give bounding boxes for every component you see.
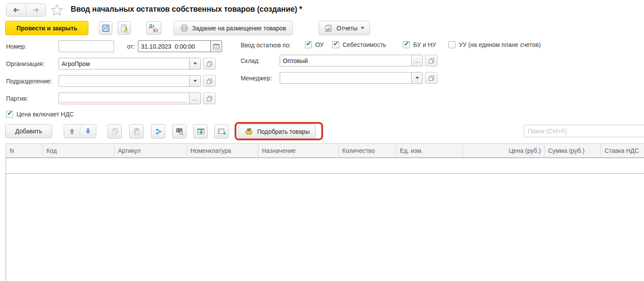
column-header-price[interactable]: Цена (руб.) <box>463 144 545 157</box>
placement-task-label: Задание на размещение товаров <box>192 25 286 32</box>
department-dropdown-button[interactable] <box>189 76 200 86</box>
checkbox-box: ✔ <box>6 111 13 118</box>
table-header-row: NКодАртикулНоменклатураНазначениеКоличес… <box>6 143 644 158</box>
table-add-icon <box>217 128 226 136</box>
printer-icon <box>180 24 189 33</box>
checkbox-box <box>448 41 455 48</box>
table-left-border <box>6 174 6 281</box>
favorite-star-icon[interactable] <box>51 4 63 18</box>
move-row-up-button[interactable] <box>64 125 80 138</box>
required-underline <box>61 102 186 102</box>
warehouse-input[interactable] <box>280 55 411 66</box>
check-icon: ✔ <box>404 40 409 48</box>
organization-field <box>59 58 201 69</box>
page-title: Ввод начальных остатков собственных това… <box>71 5 302 14</box>
reports-label: Отчеты <box>337 25 357 32</box>
debit-credit-icon: Дт Кт <box>149 23 159 33</box>
department-label: Подразделение: <box>6 78 52 85</box>
check-icon: ✔ <box>306 40 311 48</box>
manager-dropdown-button[interactable] <box>411 73 422 83</box>
batch-field: ... <box>59 93 201 104</box>
manager-input[interactable] <box>280 73 411 83</box>
column-header-n[interactable]: N <box>6 144 43 157</box>
department-open-button[interactable] <box>203 75 216 87</box>
copy-icon <box>111 128 119 136</box>
open-in-window-icon <box>206 96 212 102</box>
pick-goods-button[interactable]: Подобрать товары <box>238 125 316 138</box>
goods-box-icon <box>244 127 254 136</box>
calendar-button[interactable] <box>210 41 222 52</box>
number-label: Номер: <box>6 43 26 50</box>
fill-table-button[interactable] <box>193 124 208 139</box>
add-column-button[interactable] <box>214 124 229 139</box>
search-input[interactable] <box>524 125 644 137</box>
batch-label: Партия: <box>6 95 28 102</box>
chevron-down-icon <box>193 80 197 82</box>
number-input[interactable] <box>59 41 114 52</box>
barcode-icon <box>175 127 184 136</box>
calendar-icon <box>213 43 220 50</box>
post-and-close-button[interactable]: Провести и закрыть <box>5 21 88 35</box>
arrow-down-icon <box>85 128 91 135</box>
batch-open-button[interactable] <box>203 93 216 104</box>
table-import-icon <box>196 128 205 136</box>
paste-row-button[interactable] <box>129 124 144 139</box>
post-and-close-label: Провести и закрыть <box>16 25 77 32</box>
checkbox-label: Цена включает НДС <box>16 111 74 118</box>
arrow-up-icon <box>69 128 75 135</box>
checkbox-vat-included[interactable]: ✔ Цена включает НДС <box>6 110 74 118</box>
arrow-right-icon <box>32 7 40 13</box>
checkbox-cost[interactable]: ✔ Себестоимость <box>332 41 386 49</box>
date-field <box>138 40 222 52</box>
department-field <box>59 75 201 87</box>
placement-task-button[interactable]: Задание на размещение товаров <box>173 21 293 35</box>
organization-input[interactable] <box>59 58 189 69</box>
add-row-label: Добавить <box>15 128 42 135</box>
check-icon: ✔ <box>333 40 339 48</box>
open-in-window-icon <box>206 78 212 84</box>
warehouse-select-button[interactable]: ... <box>411 55 422 66</box>
checkbox-ou[interactable]: ✔ ОУ <box>305 41 324 49</box>
split-arrows-icon <box>154 128 162 136</box>
checkbox-uu[interactable]: УУ (на едином плане счетов) <box>448 41 541 49</box>
debit-credit-button[interactable]: Дт Кт <box>146 21 161 35</box>
date-input[interactable] <box>138 41 210 52</box>
post-document-button[interactable] <box>118 21 131 35</box>
table-empty-focus-row[interactable] <box>6 158 644 174</box>
department-input[interactable] <box>59 76 189 86</box>
column-header-quantity[interactable]: Количество <box>339 144 396 157</box>
barcode-search-button[interactable] <box>172 124 186 139</box>
organization-dropdown-button[interactable] <box>189 58 200 69</box>
nav-history-group <box>6 3 46 17</box>
reports-button[interactable]: Отчеты <box>319 21 370 35</box>
checkbox-box: ✔ <box>332 41 339 48</box>
document-window: Ввод начальных остатков собственных това… <box>0 0 644 281</box>
column-header-purpose[interactable]: Назначение <box>258 144 339 157</box>
add-row-button[interactable]: Добавить <box>5 124 52 138</box>
column-header-article[interactable]: Артикул <box>114 144 187 157</box>
number-field <box>59 40 114 52</box>
save-button[interactable] <box>99 21 112 35</box>
pick-goods-label: Подобрать товары <box>257 128 310 135</box>
open-in-window-icon <box>428 75 435 81</box>
batch-select-button[interactable]: ... <box>189 93 200 104</box>
column-header-unit[interactable]: Ед. изм. <box>396 144 463 157</box>
back-button[interactable] <box>7 4 26 16</box>
column-header-code[interactable]: Код <box>43 144 114 157</box>
organization-open-button[interactable] <box>203 58 216 69</box>
move-row-down-button[interactable] <box>80 125 96 138</box>
warehouse-open-button[interactable] <box>425 55 438 66</box>
forward-button[interactable] <box>26 4 46 16</box>
manager-open-button[interactable] <box>425 72 438 84</box>
checkbox-box: ✔ <box>403 41 410 48</box>
copy-row-button[interactable] <box>108 124 122 139</box>
split-row-button[interactable] <box>151 124 165 139</box>
balances-by-label: Ввод остатков по: <box>241 42 291 49</box>
arrow-left-icon <box>12 7 20 13</box>
checkbox-bu-nu[interactable]: ✔ БУ и НУ <box>403 41 436 49</box>
column-header-nomenclature[interactable]: Номенклатура <box>187 144 258 157</box>
checkbox-label: УУ (на едином плане счетов) <box>459 41 541 48</box>
column-header-vat_rate[interactable]: Ставка НДС <box>601 144 644 157</box>
column-header-sum[interactable]: Сумма (руб.) <box>545 144 601 157</box>
open-in-window-icon <box>428 58 435 64</box>
